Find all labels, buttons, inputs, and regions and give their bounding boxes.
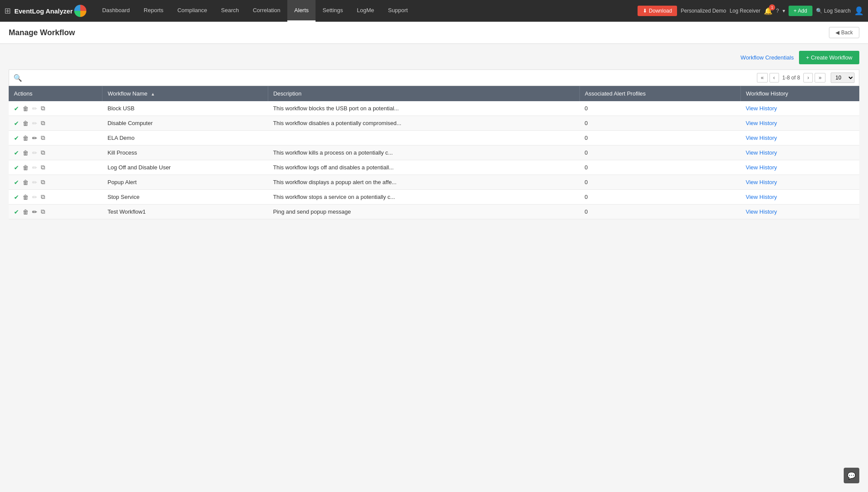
last-page-button[interactable]: » bbox=[815, 73, 825, 83]
prev-page-button[interactable]: ‹ bbox=[769, 73, 779, 83]
delete-icon[interactable]: 🗑 bbox=[23, 194, 29, 201]
edit-icon[interactable]: ✏ bbox=[32, 164, 37, 171]
nav-alerts[interactable]: Alerts bbox=[287, 0, 316, 22]
alert-profiles-cell: 0 bbox=[579, 101, 740, 116]
enable-icon[interactable]: ✔ bbox=[14, 164, 19, 171]
edit-icon[interactable]: ✏ bbox=[32, 120, 37, 127]
enable-icon[interactable]: ✔ bbox=[14, 135, 19, 142]
edit-icon[interactable]: ✏ bbox=[32, 135, 37, 142]
enable-icon[interactable]: ✔ bbox=[14, 194, 19, 201]
toolbar-row: Workflow Credentials + Create Workflow bbox=[9, 51, 859, 64]
table-row: ✔ 🗑 ✏ ⧉ Log Off and Disable UserThis wor… bbox=[9, 160, 859, 175]
copy-icon[interactable]: ⧉ bbox=[41, 149, 45, 156]
back-button[interactable]: ◀ Back bbox=[829, 27, 859, 38]
copy-icon[interactable]: ⧉ bbox=[41, 134, 45, 142]
notification-bell[interactable]: 🔔 1 bbox=[764, 7, 773, 15]
delete-icon[interactable]: 🗑 bbox=[23, 208, 29, 215]
log-receiver-link[interactable]: Log Receiver bbox=[730, 8, 760, 14]
log-search-area[interactable]: 🔍 Log Search bbox=[816, 8, 851, 14]
edit-icon[interactable]: ✏ bbox=[32, 179, 37, 186]
page-size-select[interactable]: 10 25 50 100 bbox=[831, 73, 855, 83]
table-row: ✔ 🗑 ✏ ⧉ Disable ComputerThis workflow di… bbox=[9, 116, 859, 131]
edit-icon[interactable]: ✏ bbox=[32, 149, 37, 156]
page-info: 1-8 of 8 bbox=[783, 75, 800, 81]
nav-dashboard[interactable]: Dashboard bbox=[95, 0, 137, 22]
page-title: Manage Workflow bbox=[9, 28, 75, 37]
view-history-link[interactable]: View History bbox=[746, 120, 777, 126]
col-workflow-name: Workflow Name ▲ bbox=[102, 86, 268, 101]
alert-profiles-cell: 0 bbox=[579, 131, 740, 145]
action-icons: ✔ 🗑 ✏ ⧉ bbox=[14, 134, 97, 142]
delete-icon[interactable]: 🗑 bbox=[23, 149, 29, 156]
enable-icon[interactable]: ✔ bbox=[14, 149, 19, 156]
copy-icon[interactable]: ⧉ bbox=[41, 105, 45, 112]
table-row: ✔ 🗑 ✏ ⧉ Test Workflow1Ping and send popu… bbox=[9, 205, 859, 219]
nav-reports[interactable]: Reports bbox=[137, 0, 171, 22]
alert-profiles-cell: 0 bbox=[579, 175, 740, 190]
first-page-button[interactable]: « bbox=[757, 73, 768, 83]
edit-icon[interactable]: ✏ bbox=[32, 194, 37, 201]
workflow-name-cell: Log Off and Disable User bbox=[102, 160, 268, 175]
nav-settings[interactable]: Settings bbox=[316, 0, 350, 22]
workflow-name-cell: Popup Alert bbox=[102, 175, 268, 190]
copy-icon[interactable]: ⧉ bbox=[41, 119, 45, 127]
copy-icon[interactable]: ⧉ bbox=[41, 193, 45, 201]
download-button[interactable]: ⬇ Download bbox=[638, 6, 677, 16]
action-cell: ✔ 🗑 ✏ ⧉ bbox=[9, 116, 102, 131]
enable-icon[interactable]: ✔ bbox=[14, 179, 19, 186]
col-actions: Actions bbox=[9, 86, 102, 101]
delete-icon[interactable]: 🗑 bbox=[23, 135, 29, 142]
workflow-name-cell: Block USB bbox=[102, 101, 268, 116]
description-cell bbox=[268, 131, 579, 145]
personalized-demo-link[interactable]: Personalized Demo bbox=[681, 8, 726, 14]
view-history-link[interactable]: View History bbox=[746, 194, 777, 200]
action-icons: ✔ 🗑 ✏ ⧉ bbox=[14, 193, 97, 201]
col-description: Description bbox=[268, 86, 579, 101]
expand-icon[interactable]: ▾ bbox=[783, 8, 785, 14]
user-icon[interactable]: 👤 bbox=[854, 6, 864, 16]
workflow-history-cell: View History bbox=[740, 131, 859, 145]
nav-correlation[interactable]: Correlation bbox=[246, 0, 287, 22]
nav-compliance[interactable]: Compliance bbox=[171, 0, 214, 22]
add-button[interactable]: + Add bbox=[789, 6, 812, 16]
alert-profiles-cell: 0 bbox=[579, 145, 740, 160]
alert-profiles-cell: 0 bbox=[579, 190, 740, 205]
nav-right: ⬇ Download Personalized Demo Log Receive… bbox=[638, 6, 864, 16]
sort-arrow-icon[interactable]: ▲ bbox=[151, 92, 155, 96]
view-history-link[interactable]: View History bbox=[746, 149, 777, 156]
nav-search[interactable]: Search bbox=[214, 0, 246, 22]
table-search-icon[interactable]: 🔍 bbox=[13, 74, 22, 82]
enable-icon[interactable]: ✔ bbox=[14, 105, 19, 112]
edit-icon[interactable]: ✏ bbox=[32, 105, 37, 112]
next-page-button[interactable]: › bbox=[803, 73, 813, 83]
grid-icon[interactable]: ⊞ bbox=[4, 6, 11, 16]
help-icon[interactable]: ? bbox=[776, 8, 779, 14]
copy-icon[interactable]: ⧉ bbox=[41, 208, 45, 215]
enable-icon[interactable]: ✔ bbox=[14, 120, 19, 127]
view-history-link[interactable]: View History bbox=[746, 135, 777, 141]
edit-icon[interactable]: ✏ bbox=[32, 208, 37, 215]
nav-logme[interactable]: LogMe bbox=[350, 0, 381, 22]
delete-icon[interactable]: 🗑 bbox=[23, 105, 29, 112]
app-logo: EventLog Analyzer bbox=[14, 5, 86, 17]
action-cell: ✔ 🗑 ✏ ⧉ bbox=[9, 175, 102, 190]
description-cell: This workflow blocks the USB port on a p… bbox=[268, 101, 579, 116]
view-history-link[interactable]: View History bbox=[746, 208, 777, 215]
copy-icon[interactable]: ⧉ bbox=[41, 164, 45, 171]
nav-support[interactable]: Support bbox=[381, 0, 415, 22]
create-workflow-button[interactable]: + Create Workflow bbox=[799, 51, 859, 64]
workflow-credentials-button[interactable]: Workflow Credentials bbox=[740, 54, 794, 61]
view-history-link[interactable]: View History bbox=[746, 164, 777, 171]
app-name: EventLog Analyzer bbox=[14, 7, 72, 15]
search-icon: 🔍 bbox=[816, 8, 822, 14]
page-header: Manage Workflow ◀ Back bbox=[0, 22, 868, 44]
workflow-name-cell: ELA Demo bbox=[102, 131, 268, 145]
enable-icon[interactable]: ✔ bbox=[14, 208, 19, 215]
delete-icon[interactable]: 🗑 bbox=[23, 120, 29, 127]
action-cell: ✔ 🗑 ✏ ⧉ bbox=[9, 131, 102, 145]
view-history-link[interactable]: View History bbox=[746, 105, 777, 112]
copy-icon[interactable]: ⧉ bbox=[41, 178, 45, 186]
view-history-link[interactable]: View History bbox=[746, 179, 777, 185]
delete-icon[interactable]: 🗑 bbox=[23, 164, 29, 171]
delete-icon[interactable]: 🗑 bbox=[23, 179, 29, 186]
